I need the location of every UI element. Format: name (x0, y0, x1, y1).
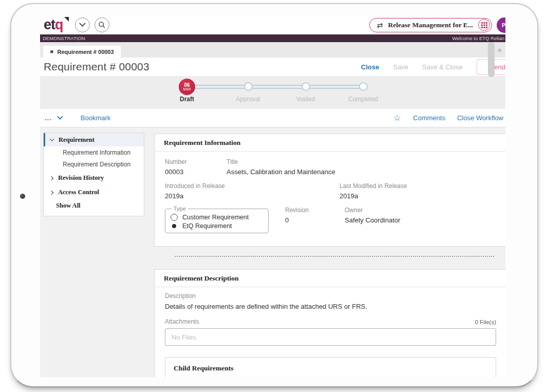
etq-logo: etq (44, 18, 68, 32)
close-tab-icon[interactable]: ✖ (50, 49, 54, 54)
field-value: 2019a (339, 192, 407, 200)
requirement-information-body: Number 00003 Title Assets, Calibration a… (155, 152, 505, 233)
top-bar: etq ⇄ Release Management for E... (40, 15, 505, 34)
section-title: Child Requirements (165, 358, 496, 377)
welcome-text: Welcome to ETQ Relian (452, 35, 504, 41)
vertical-scrollbar[interactable] (488, 42, 495, 77)
workflow-step-voided-node (301, 82, 310, 91)
field-label: Introduced in Release (165, 182, 339, 190)
grid-icon (481, 22, 487, 28)
workflow-step-approval-label: Approval (220, 96, 276, 103)
toolbar-chevron-down-icon[interactable] (57, 114, 63, 119)
comments-button[interactable]: Comments (413, 114, 445, 122)
section-nav-tree: Requirement Requirement Information Requ… (43, 133, 144, 216)
radio-customer-requirement[interactable]: Customer Requirement (171, 214, 263, 221)
workflow-step-completed-node (359, 82, 368, 91)
logo-text-q: q (55, 17, 63, 32)
type-legend: Type (172, 206, 188, 212)
tree-item-label: Requirement Description (63, 161, 130, 168)
app-screen: etq ⇄ Release Management for E... (40, 15, 505, 377)
environment-banner: DEMONSTRATION Welcome to ETQ Relian (40, 34, 505, 42)
tree-item-access-control[interactable]: Access Control (44, 186, 144, 199)
requirement-description-section: Requirement Description Description Deta… (154, 269, 505, 377)
logo-mark-icon (64, 17, 69, 22)
requirement-information-section: Requirement Information Number 00003 Tit… (154, 134, 505, 247)
field-label: Revision (285, 207, 345, 214)
attachments-dropzone[interactable]: No Files (165, 328, 496, 346)
radio-label: EtQ Requirement (182, 222, 232, 230)
attachments-label: Attachments (165, 318, 199, 325)
field-value: 00003 (165, 168, 227, 176)
title-row: Requirement # 00003 Close Save Save & Cl… (40, 58, 505, 76)
radio-unselected-icon[interactable] (171, 214, 178, 221)
field-owner: Owner Safety Coordinator (345, 207, 400, 224)
chevron-right-icon (49, 190, 53, 194)
workflow-track (187, 85, 363, 89)
tab-requirement-00003[interactable]: ✖ Requirement # 00003 (43, 46, 121, 58)
environment-label: DEMONSTRATION (43, 35, 85, 41)
workflow-date-month: MAR (183, 88, 191, 91)
section-title: Requirement Description (155, 270, 505, 287)
field-label: Number (165, 158, 227, 165)
field-value: Safety Coordinator (345, 216, 400, 224)
field-introduced-in-release: Introduced in Release 2019a (165, 182, 339, 200)
left-column: Requirement Requirement Information Requ… (40, 127, 154, 216)
close-workflow-button[interactable]: Close Workflow (457, 114, 503, 122)
tree-item-revision-history[interactable]: Revision History (44, 172, 144, 184)
record-toolbar: ... Bookmark ☆ Comments Close Workflow (40, 109, 505, 127)
field-revision: Revision 0 (285, 207, 345, 224)
search-button[interactable] (95, 17, 109, 32)
bookmark-button[interactable]: Bookmark (81, 114, 111, 122)
star-icon[interactable]: ☆ (393, 114, 401, 122)
tree-item-label: Access Control (58, 189, 99, 196)
document-actions: Close Save Save & Close Send (361, 59, 505, 75)
field-number: Number 00003 (165, 158, 227, 176)
save-and-close-button[interactable]: Save & Close (422, 63, 463, 71)
body-area: Requirement Requirement Information Requ… (40, 127, 505, 377)
tree-item-show-all[interactable]: Show All (44, 200, 144, 212)
description-label: Description (165, 292, 496, 300)
menu-dropdown-button[interactable] (75, 17, 90, 32)
close-button[interactable]: Close (361, 63, 379, 71)
radio-label: Customer Requirement (182, 214, 249, 221)
workflow-timeline: 06 MAR Draft Approval Voided Completed (40, 76, 505, 109)
tablet-frame: etq ⇄ Release Management for E... (10, 3, 538, 387)
save-button[interactable]: Save (393, 63, 408, 71)
radio-selected-icon[interactable] (171, 222, 178, 230)
stage: etq ⇄ Release Management for E... (0, 0, 547, 392)
chevron-down-icon (79, 20, 86, 27)
no-files-placeholder: No Files (172, 333, 196, 341)
field-title: Title Assets, Calibration and Maintenanc… (227, 158, 335, 176)
tree-item-requirement-information[interactable]: Requirement Information (44, 146, 144, 158)
field-label: Last Modified in Release (339, 182, 407, 190)
refresh-icon: ⇄ (377, 22, 383, 29)
tab-strip: ✖ Requirement # 00003 (40, 42, 505, 58)
workflow-step-completed-label: Completed (335, 96, 391, 103)
field-label: Title (227, 158, 335, 165)
logo-text-et: et (44, 17, 55, 32)
workflow-step-voided-label: Voided (277, 96, 334, 103)
tree-item-requirement[interactable]: Requirement (44, 133, 144, 146)
tree-item-label: Requirement Information (63, 149, 130, 156)
type-radio-group: Type Customer Requirement EtQ Requiremen… (165, 206, 269, 233)
user-avatar[interactable]: PI (497, 17, 505, 33)
workflow-step-approval-node (244, 82, 253, 91)
chevron-down-icon (50, 137, 54, 141)
more-options-button[interactable]: ... (45, 114, 52, 122)
attachments-row: Attachments 0 File(s) (165, 318, 496, 325)
field-label: Owner (345, 207, 400, 214)
search-icon (98, 21, 106, 29)
section-separator (175, 256, 494, 257)
application-name: Release Management for E... (388, 21, 473, 29)
tree-item-requirement-description[interactable]: Requirement Description (44, 158, 144, 170)
description-value: Details of requirements are defined with… (165, 303, 496, 310)
tree-item-label: Requirement (59, 136, 95, 144)
tree-item-label: Revision History (58, 174, 104, 182)
chevron-right-icon (49, 176, 53, 180)
main-column: Requirement Information Number 00003 Tit… (154, 127, 505, 377)
tree-item-label: Show All (56, 202, 81, 210)
toolbar-right-group: ☆ Comments Close Workflow (393, 114, 503, 122)
radio-etq-requirement[interactable]: EtQ Requirement (171, 222, 263, 230)
application-switcher-pill[interactable]: ⇄ Release Management for E... (369, 18, 492, 32)
app-grid-button[interactable] (478, 19, 490, 31)
